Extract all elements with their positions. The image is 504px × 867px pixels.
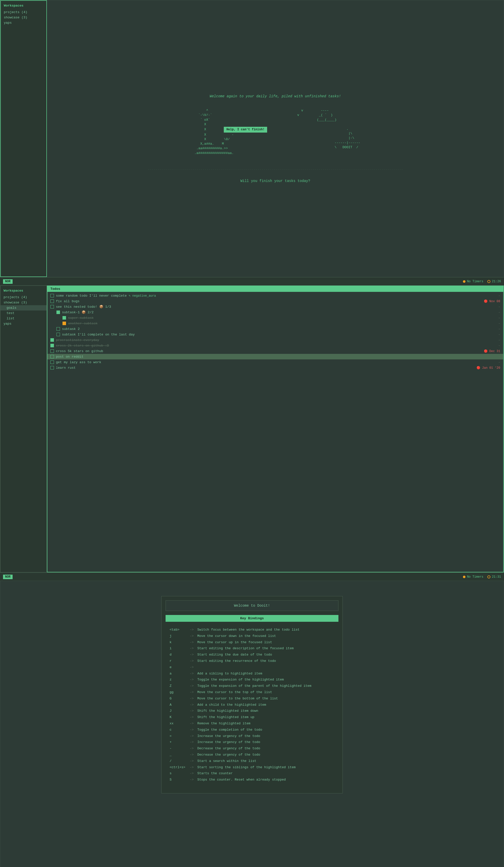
sidebar-item-projects-2[interactable]: projects (4) (0, 295, 47, 300)
binding-G: G -> Move the cursor to the bottom of th… (162, 696, 342, 702)
sidebar-panel2: Workspaces projects (4) showcase (3) goa… (0, 286, 47, 572)
sidebar-item-projects-1[interactable]: projects (4) (1, 10, 46, 15)
time-display-2: 21:31 (487, 575, 501, 579)
key-ctrls: <ctrl+s> (170, 765, 190, 770)
binding-xx: xx -> Remove the highlighted item (162, 720, 342, 727)
todo-checkbox-7 (56, 333, 60, 336)
todo-row-4[interactable]: super-subtask - (47, 315, 503, 321)
todo-label-2: see this nested todo! 📦 1/3 (56, 305, 496, 309)
sidebar-item-yaps-1[interactable]: yaps (1, 20, 46, 25)
key-i: i (170, 646, 190, 651)
welcome-content: Welcome again to your daily life, piled … (47, 0, 504, 277)
desc-A: Add a child to the highlighted item (197, 703, 334, 708)
todo-date-7: - (498, 333, 500, 336)
todo-label-7: subtask I'll complete on the last day (62, 333, 496, 336)
arrow-c: -> (190, 727, 197, 733)
binding-ctrls: <ctrl+s> -> Start sorting the siblings o… (162, 764, 342, 771)
status-right-2: No Timers 21:31 (463, 575, 501, 579)
todo-checkbox-4 (63, 316, 66, 320)
todos-panel: Todos some random todo I'll never comple… (47, 286, 504, 572)
todo-row-8[interactable]: procrastinate-everyday - (47, 337, 503, 343)
panel-welcome: Workspaces projects (4) showcase (3) yap… (0, 0, 504, 277)
timers-display-1: No Timers (463, 280, 483, 283)
todo-row-0[interactable]: some random todo I'll never complete ✎ n… (47, 293, 503, 298)
todo-row-13[interactable]: learn rust 🔴 Jan 01 '20 (47, 365, 503, 371)
time-display-1: 21:26 (487, 280, 501, 283)
desc-c: Toggle the completion of the todo (197, 727, 334, 733)
arrow-minus: -> (190, 746, 197, 751)
statusbar-1: NOR No Timers 21:26 (0, 277, 504, 285)
key-k: k (170, 640, 190, 645)
todo-label-1: fix all bugs (56, 299, 484, 303)
desc-z-lower: Toggle the expansion of the highlighted … (197, 677, 334, 683)
desc-xx: Remove the highlighted item (197, 721, 334, 726)
sidebar-title-1: Workspaces (1, 3, 46, 10)
sidebar-item-yaps-2[interactable]: yaps (0, 321, 47, 327)
key-S-upper: S (170, 777, 190, 783)
todo-row-2[interactable]: see this nested todo! 📦 1/3 - (47, 304, 503, 310)
timers-display-2: No Timers (463, 575, 483, 579)
key-c: c (170, 727, 190, 733)
todo-row-9[interactable]: cross-2k-stars-on-github :D - (47, 343, 503, 348)
binding-i: i -> Start editing the description of th… (162, 645, 342, 652)
todo-checkbox-5 (63, 322, 66, 325)
binding-S-upper: S -> Stops the counter. Reset when alrea… (162, 777, 342, 783)
arrow-gg: -> (190, 690, 197, 695)
binding-s-lower: s -> Starts the counter (162, 770, 342, 777)
todo-row-10[interactable]: cross 5k stars on github 🔴 Dec 31 (47, 348, 503, 354)
arrow-eq: -> (190, 734, 197, 739)
todo-date-10: 🔴 Dec 31 (484, 349, 500, 353)
welcome-message: Welcome again to your daily life, piled … (210, 94, 341, 98)
tag-0: ✎ negative_aura (129, 294, 156, 298)
todos-header: Todos (47, 286, 503, 292)
timer-dot-icon-2 (463, 576, 465, 578)
todo-row-3[interactable]: subtask-1 📦 2/2 - (47, 310, 503, 315)
sidebar-item-test[interactable]: test (0, 311, 47, 316)
sidebar-item-list[interactable]: list (0, 316, 47, 321)
todo-row-7[interactable]: subtask I'll complete on the last day - (47, 332, 503, 337)
arrow-slash: -> (190, 759, 197, 764)
sidebar-item-goals[interactable]: goals (0, 305, 47, 311)
desc-tab: Switch focus between the workspace and t… (197, 627, 334, 633)
todo-row-6[interactable]: subtask 2 - (47, 326, 503, 332)
panel-todos: Workspaces projects (4) showcase (3) goa… (0, 285, 504, 572)
key-A: A (170, 703, 190, 708)
binding-j: j -> Move the cursor down in the focused… (162, 633, 342, 639)
binding-plus: + -> Increase the urgency of the todo (162, 739, 342, 746)
binding-underscore: _ -> Decrease the urgency of the todo (162, 752, 342, 758)
binding-gg: gg -> Move the cursor to the top of the … (162, 689, 342, 696)
key-G: G (170, 696, 190, 702)
arrow-k: -> (190, 640, 197, 645)
todo-row-12[interactable]: get my lazy ass to work - (47, 360, 503, 365)
timers-label-2: No Timers (467, 575, 483, 579)
todo-row-1[interactable]: fix all bugs 🔴 Nov 08 (47, 298, 503, 304)
binding-J: J -> Shift the highlighted item down (162, 708, 342, 714)
arrow-plus: -> (190, 740, 197, 745)
todo-row-11[interactable]: post on reddit - (47, 354, 503, 360)
key-xx: xx (170, 721, 190, 726)
desc-gg: Move the cursor to the top of the list (197, 690, 334, 695)
binding-z-lower: z -> Toggle the expansion of the highlig… (162, 677, 342, 683)
desc-z-upper: Toggle the expansion of the parent of th… (197, 684, 334, 689)
sidebar-item-showcase-2[interactable]: showcase (3) (0, 300, 47, 305)
mode-indicator-1: NOR (3, 279, 13, 284)
todo-checkbox-1 (50, 299, 54, 303)
arrow-xx: -> (190, 721, 197, 726)
todo-date-1: 🔴 Nov 08 (484, 299, 500, 303)
panel-help: Welcome to Dooit! Key Bindings <tab> -> … (0, 581, 504, 867)
key-underscore: _ (170, 752, 190, 758)
help-container: Welcome to Dooit! Key Bindings <tab> -> … (161, 596, 343, 793)
arrow-z-upper: -> (190, 684, 197, 689)
status-right-1: No Timers 21:26 (463, 280, 501, 283)
key-z-lower: z (170, 677, 190, 683)
arrow-i: -> (190, 646, 197, 651)
todo-label-3: subtask-1 📦 2/2 (62, 310, 496, 314)
sidebar-item-showcase-1[interactable]: showcase (3) (1, 15, 46, 20)
todo-label-9: cross-2k-stars-on-github :D (56, 344, 496, 347)
key-minus: - (170, 746, 190, 751)
ascii-art-left: ^ `-\V/-` ` oX` X X Help, I can't finish… (191, 108, 267, 155)
todo-row-5[interactable]: another-subtask - (47, 321, 503, 326)
arrow-tab: -> (190, 627, 197, 633)
todo-date-8: - (498, 338, 500, 342)
time-value-1: 21:26 (492, 280, 501, 283)
